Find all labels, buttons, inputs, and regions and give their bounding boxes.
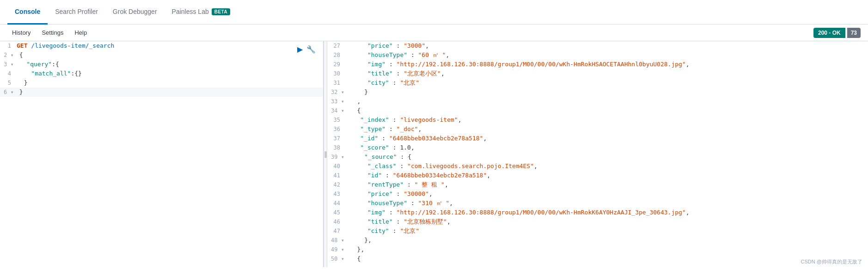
- status-num-badge: 73: [847, 28, 861, 38]
- result-line-42: 42 "rentType" : " 整 租 ",: [327, 180, 868, 189]
- result-line-34: 34 ▾ {: [327, 106, 868, 115]
- nav-search-profiler[interactable]: Search Profiler: [48, 0, 105, 25]
- nav-grok-debugger[interactable]: Grok Debugger: [105, 0, 165, 25]
- result-line-32: 32 ▾ }: [327, 88, 868, 97]
- result-line-44: 44 "houseType" : "310 ㎡ ",: [327, 199, 868, 208]
- result-line-39: 39 ▾ "_source" : {: [327, 152, 868, 162]
- wrench-button[interactable]: 🔧: [306, 45, 316, 54]
- result-line-37: 37 "_id" : "6468bbeb0334ebcb2e78a518",: [327, 134, 868, 143]
- result-line-43: 43 "price" : "30000",: [327, 189, 868, 199]
- status-ok-badge: 200 - OK: [813, 28, 845, 38]
- top-nav: Console Search Profiler Grok Debugger Pa…: [0, 0, 868, 25]
- history-button[interactable]: History: [7, 27, 35, 38]
- editor-panel: 1 GET /livegoods-item/_search 2 ▾ { 3 ▾ …: [0, 41, 324, 267]
- editor-line-4: 4 "match_all":{}: [0, 69, 323, 78]
- result-panel[interactable]: 27 "price" : "3000", 28 "houseType" : "6…: [327, 41, 868, 267]
- result-line-47: 47 "city" : "北京": [327, 226, 868, 236]
- editor-icons: ▶ 🔧: [297, 45, 316, 54]
- editor-line-5: 5 }: [0, 78, 323, 88]
- divider-handle[interactable]: ‖: [324, 41, 327, 267]
- result-line-45: 45 "img" : "http://192.168.126.30:8888/g…: [327, 208, 868, 217]
- result-line-40: 40 "_class" : "com.livegoods.search.pojo…: [327, 162, 868, 171]
- settings-button[interactable]: Settings: [37, 27, 68, 38]
- result-line-35: 35 "_index" : "livegoods-item",: [327, 115, 868, 125]
- editor-line-6: 6 ▾ }: [0, 88, 323, 97]
- result-line-50: 50 ▾ {: [327, 254, 868, 263]
- editor-line-2: 2 ▾ {: [0, 50, 323, 60]
- result-line-31: 31 "city" : "北京": [327, 78, 868, 88]
- result-line-27: 27 "price" : "3000",: [327, 41, 868, 50]
- result-line-49: 49 ▾ },: [327, 245, 868, 254]
- nav-console[interactable]: Console: [7, 0, 48, 25]
- help-button[interactable]: Help: [70, 27, 92, 38]
- result-line-46: 46 "title" : "北京独栋别墅",: [327, 217, 868, 226]
- result-line-28: 28 "houseType" : "60 ㎡ ",: [327, 50, 868, 60]
- main-layout: 1 GET /livegoods-item/_search 2 ▾ { 3 ▾ …: [0, 41, 868, 267]
- result-line-29: 29 "img" : "http://192.168.126.30:8888/g…: [327, 60, 868, 69]
- toolbar: History Settings Help 200 - OK 73: [0, 25, 868, 41]
- result-line-30: 30 "title" : "北京老小区",: [327, 69, 868, 78]
- editor-line-3: 3 ▾ "query":{: [0, 60, 323, 69]
- result-line-33: 33 ▾ ,: [327, 97, 868, 106]
- run-button[interactable]: ▶: [297, 45, 303, 54]
- result-line-36: 36 "_type" : "_doc",: [327, 125, 868, 134]
- result-line-41: 41 "id" : "6468bbeb0334ebcb2e78a518",: [327, 171, 868, 180]
- beta-badge: BETA: [212, 8, 230, 15]
- editor-line-1: 1 GET /livegoods-item/_search: [0, 41, 323, 50]
- nav-painless-lab[interactable]: Painless Lab BETA: [165, 0, 238, 25]
- result-line-48: 48 ▾ },: [327, 236, 868, 245]
- code-editor[interactable]: 1 GET /livegoods-item/_search 2 ▾ { 3 ▾ …: [0, 41, 323, 267]
- result-line-38: 38 "_score" : 1.0,: [327, 143, 868, 152]
- watermark: CSDN @帅得真的是无敌了: [801, 258, 862, 265]
